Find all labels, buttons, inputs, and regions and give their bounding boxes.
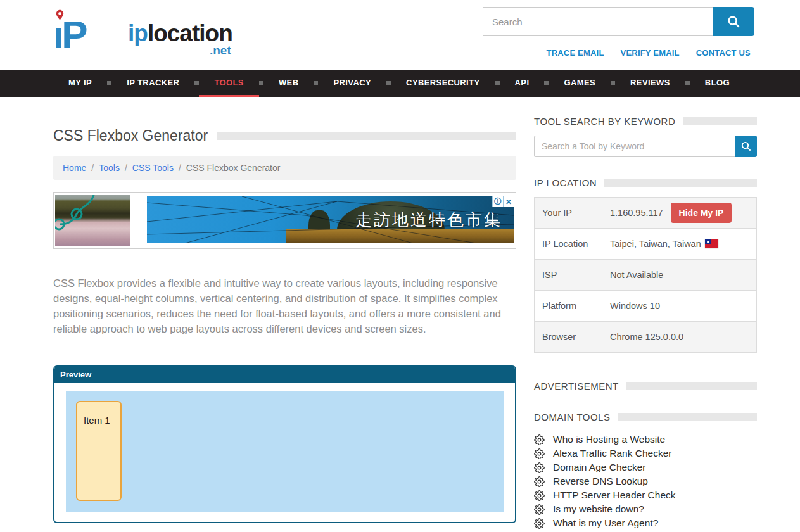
nav-item-web[interactable]: WEB — [263, 70, 314, 97]
preview-panel: Preview Item 1 — [53, 365, 516, 523]
title-decoration-bar — [217, 132, 516, 140]
heading-decoration-bar — [626, 382, 757, 390]
table-row: Your IP 1.160.95.117Hide My IP — [535, 198, 757, 229]
list-item: Reverse DNS Lookup — [534, 474, 757, 488]
link-reverse-dns-lookup[interactable]: Reverse DNS Lookup — [553, 476, 648, 487]
breadcrumb-separator: / — [91, 163, 94, 173]
table-row: ISP Not Available — [535, 260, 757, 291]
breadcrumb-current: CSS Flexbox Generator — [186, 163, 281, 173]
ip-location-table: Your IP 1.160.95.117Hide My IP IP Locati… — [534, 197, 757, 353]
search-input[interactable] — [483, 7, 713, 36]
link-http-server-header[interactable]: HTTP Server Header Check — [553, 490, 676, 501]
heading-decoration-bar — [683, 117, 757, 125]
logo-wordmark: iplocation .net — [128, 22, 232, 45]
main-nav: MY IP IP TRACKER TOOLS WEB PRIVACY CYBER… — [0, 70, 800, 97]
site-header: ıP iplocation .net TRACE EMAIL VERIFY EM… — [0, 0, 800, 70]
nav-separator — [386, 81, 391, 86]
row-value: Taipei, Taiwan, Taiwan — [602, 229, 757, 260]
tool-search-heading: TOOL SEARCH BY KEYWORD — [534, 116, 675, 127]
nav-separator — [107, 81, 111, 86]
link-verify-email[interactable]: VERIFY EMAIL — [621, 48, 680, 58]
site-logo[interactable]: ıP iplocation .net — [53, 6, 232, 60]
your-ip-value: 1.160.95.117 — [610, 208, 663, 218]
gear-icon — [534, 434, 545, 445]
table-row: Platform Windows 10 — [535, 291, 757, 322]
preview-header: Preview — [54, 367, 515, 383]
row-label: Browser — [535, 322, 602, 353]
ad-thumbnail-image[interactable] — [55, 195, 130, 246]
header-links: TRACE EMAIL VERIFY EMAIL CONTACT US — [547, 48, 751, 58]
row-value: Chrome 125.0.0.0 — [602, 322, 757, 353]
link-who-is-hosting[interactable]: Who is Hosting a Website — [553, 434, 665, 445]
table-row: IP Location Taipei, Taiwan, Taiwan — [535, 229, 757, 260]
domain-tools-heading: DOMAIN TOOLS — [534, 412, 610, 422]
link-trace-email[interactable]: TRACE EMAIL — [547, 48, 604, 58]
nav-item-privacy[interactable]: PRIVACY — [318, 70, 386, 97]
table-row: Browser Chrome 125.0.0.0 — [535, 322, 757, 353]
nav-item-my-ip[interactable]: MY IP — [53, 70, 107, 97]
breadcrumb-tools[interactable]: Tools — [99, 163, 120, 173]
header-search — [483, 7, 754, 36]
row-label: Platform — [535, 291, 602, 322]
list-item: HTTP Server Header Check — [534, 488, 757, 502]
ad-info-button[interactable]: ⓘ — [492, 196, 503, 207]
logo-mark-text: ıP — [53, 15, 86, 54]
row-value: Windows 10 — [602, 291, 757, 322]
list-item: What is my User Agent? — [534, 516, 757, 530]
nav-item-reviews[interactable]: REVIEWS — [615, 70, 685, 97]
nav-item-ip-tracker[interactable]: IP TRACKER — [111, 70, 194, 97]
flex-preview-item: Item 1 — [76, 401, 122, 501]
row-value: Not Available — [602, 260, 757, 291]
hide-my-ip-button[interactable]: Hide My IP — [671, 203, 732, 223]
search-button[interactable] — [713, 7, 754, 36]
advertisement-heading: ADVERTISEMENT — [534, 381, 619, 391]
link-domain-age-checker[interactable]: Domain Age Checker — [553, 462, 645, 473]
list-item: Is my website down? — [534, 502, 757, 516]
breadcrumb-separator: / — [179, 163, 181, 173]
breadcrumb-separator: / — [125, 163, 127, 173]
heading-decoration-bar — [618, 413, 757, 421]
gear-icon — [534, 476, 545, 487]
tool-search-input[interactable] — [534, 136, 735, 157]
link-is-my-website-down[interactable]: Is my website down? — [553, 504, 644, 515]
page-title: CSS Flexbox Generator — [53, 127, 208, 144]
list-item: Who is Hosting a Website — [534, 433, 757, 446]
nav-separator — [544, 81, 549, 86]
list-item: Domain Age Checker — [534, 460, 757, 474]
ad-image[interactable]: 走訪地道特色市集 ⓘ ✕ — [147, 196, 514, 243]
flex-preview-container: Item 1 — [66, 391, 504, 512]
list-item: Alexa Traffic Rank Checker — [534, 446, 757, 460]
logo-tld: .net — [210, 44, 231, 58]
gear-icon — [534, 518, 545, 529]
logo-mark: ıP — [53, 6, 128, 60]
nav-item-games[interactable]: GAMES — [549, 70, 611, 97]
preview-body: Item 1 — [54, 383, 515, 522]
ip-location-heading: IP LOCATION — [534, 177, 597, 188]
ad-close-button[interactable]: ✕ — [503, 196, 514, 207]
ip-location-value: Taipei, Taiwan, Taiwan — [610, 239, 701, 249]
row-label: Your IP — [535, 198, 602, 229]
link-what-is-my-user-agent[interactable]: What is my User Agent? — [553, 517, 658, 529]
gear-icon — [534, 504, 545, 515]
nav-item-cybersecurity[interactable]: CYBERSECURITY — [391, 70, 495, 97]
ad-banner: 走訪地道特色市集 ⓘ ✕ — [53, 192, 516, 249]
tool-description: CSS Flexbox provides a flexible and intu… — [53, 276, 504, 336]
nav-item-blog[interactable]: BLOG — [690, 70, 745, 97]
breadcrumb-css-tools[interactable]: CSS Tools — [132, 163, 174, 173]
breadcrumb-home[interactable]: Home — [63, 163, 86, 173]
search-icon — [727, 15, 741, 29]
nav-item-tools[interactable]: TOOLS — [199, 70, 259, 97]
link-contact-us[interactable]: CONTACT US — [696, 48, 751, 58]
nav-separator — [685, 81, 690, 86]
ad-thumbnail-route-graphic — [55, 195, 130, 246]
taiwan-flag-icon — [705, 239, 718, 248]
tool-search-button[interactable] — [735, 136, 757, 157]
gear-icon — [534, 448, 545, 459]
link-alexa-traffic-rank[interactable]: Alexa Traffic Rank Checker — [553, 448, 672, 459]
nav-item-api[interactable]: API — [500, 70, 545, 97]
domain-tools-list: Who is Hosting a Website Alexa Traffic R… — [534, 433, 757, 530]
nav-separator — [314, 81, 318, 86]
row-value: 1.160.95.117Hide My IP — [602, 198, 757, 229]
nav-separator — [495, 81, 500, 86]
nav-separator — [194, 81, 199, 86]
